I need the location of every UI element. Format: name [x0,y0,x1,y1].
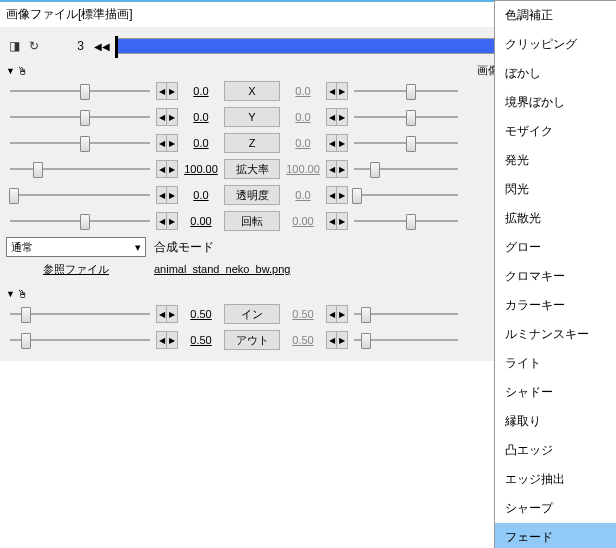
param-name-button[interactable]: イン [224,304,280,324]
stepper-right[interactable]: ◀▶ [326,212,348,230]
menu-item[interactable]: 拡散光 [495,204,616,233]
menu-item[interactable]: ルミナンスキー [495,320,616,349]
menu-item[interactable]: ぼかし [495,59,616,88]
seek-back-button[interactable]: ◀◀ [94,39,110,53]
slider-left[interactable] [6,81,154,101]
stepper-left[interactable]: ◀▶ [156,108,178,126]
stepper-left[interactable]: ◀▶ [156,160,178,178]
stepper-left[interactable]: ◀▶ [156,305,178,323]
value-left[interactable]: 0.50 [180,334,222,346]
slider-left[interactable] [6,133,154,153]
value-left[interactable]: 0.0 [180,137,222,149]
value-right[interactable]: 0.0 [282,137,324,149]
menu-item[interactable]: 色調補正 [495,1,616,30]
slider-left[interactable] [6,159,154,179]
stepper-right[interactable]: ◀▶ [326,305,348,323]
value-right[interactable]: 0.50 [282,308,324,320]
chevron-down-icon: ▾ [135,241,141,254]
blend-mode-label: 合成モード [154,239,214,256]
slider-left[interactable] [6,107,154,127]
menu-item[interactable]: 閃光 [495,175,616,204]
collapse-icon-2[interactable]: ▼ [6,289,15,299]
value-right[interactable]: 0.0 [282,85,324,97]
param-name-button[interactable]: 拡大率 [224,159,280,179]
menu-item[interactable]: シャープ [495,494,616,523]
menu-item[interactable]: フェード [495,523,616,548]
blend-mode-combo[interactable]: 通常 ▾ [6,237,146,257]
value-right[interactable]: 0.50 [282,334,324,346]
menu-item[interactable]: クリッピング [495,30,616,59]
value-left[interactable]: 0.0 [180,85,222,97]
slider-right[interactable] [350,159,462,179]
value-right[interactable]: 0.00 [282,215,324,227]
collapse-icon[interactable]: ▼ [6,66,15,76]
value-left[interactable]: 0.00 [180,215,222,227]
cycle-icon[interactable]: ↻ [26,38,42,54]
slider-left[interactable] [6,185,154,205]
value-right[interactable]: 0.0 [282,189,324,201]
slider-right[interactable] [350,330,462,350]
value-right[interactable]: 100.00 [282,163,324,175]
effect-menu: 色調補正クリッピングぼかし境界ぼかしモザイク発光閃光拡散光グロークロマキーカラー… [494,0,616,548]
stepper-left[interactable]: ◀▶ [156,134,178,152]
slider-right[interactable] [350,304,462,324]
menu-item[interactable]: グロー [495,233,616,262]
param-name-button[interactable]: 透明度 [224,185,280,205]
stepper-left[interactable]: ◀▶ [156,82,178,100]
menu-item[interactable]: シャドー [495,378,616,407]
menu-item[interactable]: カラーキー [495,291,616,320]
mouse-icon-2: 🖱 [17,288,28,300]
menu-item[interactable]: 境界ぼかし [495,88,616,117]
menu-item[interactable]: 凸エッジ [495,436,616,465]
param-name-button[interactable]: Y [224,107,280,127]
stepper-right[interactable]: ◀▶ [326,186,348,204]
stepper-right[interactable]: ◀▶ [326,160,348,178]
param-name-button[interactable]: アウト [224,330,280,350]
value-left[interactable]: 0.50 [180,308,222,320]
blend-mode-value: 通常 [11,240,33,255]
slider-right[interactable] [350,81,462,101]
stepper-left[interactable]: ◀▶ [156,212,178,230]
slider-left[interactable] [6,330,154,350]
value-left[interactable]: 0.0 [180,111,222,123]
stepper-left[interactable]: ◀▶ [156,186,178,204]
stepper-right[interactable]: ◀▶ [326,108,348,126]
slider-right[interactable] [350,107,462,127]
slider-right[interactable] [350,133,462,153]
frame-start: 3 [48,39,88,53]
value-right[interactable]: 0.0 [282,111,324,123]
camera-icon[interactable]: ◨ [6,38,22,54]
value-left[interactable]: 100.00 [180,163,222,175]
stepper-right[interactable]: ◀▶ [326,134,348,152]
menu-item[interactable]: モザイク [495,117,616,146]
param-name-button[interactable]: 回転 [224,211,280,231]
param-name-button[interactable]: X [224,81,280,101]
menu-item[interactable]: エッジ抽出 [495,465,616,494]
slider-left[interactable] [6,211,154,231]
slider-right[interactable] [350,211,462,231]
slider-right[interactable] [350,185,462,205]
value-left[interactable]: 0.0 [180,189,222,201]
menu-item[interactable]: クロマキー [495,262,616,291]
stepper-right[interactable]: ◀▶ [326,82,348,100]
param-name-button[interactable]: Z [224,133,280,153]
timeline-bar[interactable] [116,38,517,54]
stepper-right[interactable]: ◀▶ [326,331,348,349]
ref-file-name: animal_stand_neko_bw.png [154,263,290,275]
stepper-left[interactable]: ◀▶ [156,331,178,349]
menu-item[interactable]: 縁取り [495,407,616,436]
ref-file-button[interactable]: 参照ファイル [6,262,146,277]
menu-item[interactable]: ライト [495,349,616,378]
menu-item[interactable]: 発光 [495,146,616,175]
slider-left[interactable] [6,304,154,324]
mouse-icon: 🖱 [17,65,28,77]
